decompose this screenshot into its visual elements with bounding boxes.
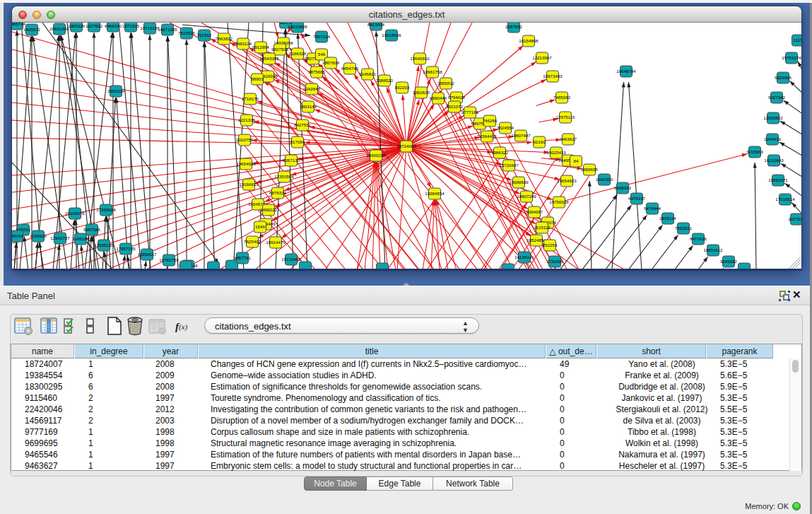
- svg-text:9084067: 9084067: [526, 209, 543, 214]
- svg-text:15640910: 15640910: [410, 56, 430, 61]
- svg-text:84: 84: [574, 158, 579, 163]
- svg-text:2718176: 2718176: [242, 96, 259, 101]
- svg-text:10688609: 10688609: [509, 180, 529, 185]
- svg-text:9463627: 9463627: [560, 136, 577, 141]
- svg-text:9227342: 9227342: [768, 95, 786, 100]
- svg-text:16136141: 16136141: [514, 255, 534, 259]
- svg-text:7515526: 7515526: [178, 30, 196, 35]
- svg-text:9329966: 9329966: [775, 75, 792, 80]
- svg-text:2935114: 2935114: [659, 216, 676, 221]
- svg-text:12942737: 12942737: [50, 235, 70, 240]
- svg-text:5365724: 5365724: [12, 23, 26, 26]
- svg-text:9146821: 9146821: [359, 71, 377, 76]
- svg-text:252254: 252254: [543, 243, 558, 247]
- svg-text:7986322: 7986322: [491, 150, 509, 155]
- svg-text:1065326: 1065326: [68, 23, 86, 28]
- svg-text:16210643: 16210643: [764, 158, 784, 163]
- svg-text:10654112: 10654112: [703, 247, 723, 252]
- svg-text:6794028: 6794028: [448, 95, 466, 100]
- svg-text:1145194: 1145194: [72, 236, 89, 241]
- svg-text:3215953: 3215953: [746, 149, 764, 154]
- svg-text:1244419: 1244419: [764, 136, 782, 141]
- svg-text:9097586: 9097586: [83, 227, 101, 232]
- svg-text:8427552: 8427552: [294, 122, 312, 127]
- svg-text:2905334: 2905334: [107, 88, 125, 93]
- svg-text:1117: 1117: [794, 37, 801, 42]
- svg-text:12213967: 12213967: [532, 55, 552, 60]
- svg-text:3624554: 3624554: [497, 125, 514, 130]
- svg-text:8454749: 8454749: [341, 66, 359, 71]
- svg-text:7485063: 7485063: [553, 95, 571, 100]
- svg-text:19654925: 19654925: [236, 161, 256, 166]
- svg-text:17016514: 17016514: [775, 197, 795, 201]
- svg-text:6466160: 6466160: [105, 23, 122, 28]
- svg-text:2087652: 2087652: [505, 24, 523, 29]
- svg-text:9657791: 9657791: [234, 255, 252, 260]
- svg-text:5938923: 5938923: [614, 185, 632, 190]
- svg-text:15692971: 15692971: [768, 177, 788, 182]
- svg-text:1498222: 1498222: [260, 207, 278, 212]
- svg-text:10648784: 10648784: [616, 69, 636, 74]
- svg-text:10958117: 10958117: [137, 252, 157, 257]
- svg-text:8878334: 8878334: [269, 190, 287, 195]
- svg-text:7857224: 7857224: [313, 34, 331, 39]
- svg-text:1167534: 1167534: [788, 216, 801, 221]
- svg-text:18300295: 18300295: [366, 153, 386, 158]
- svg-text:1615112: 1615112: [534, 225, 551, 230]
- svg-text:9699695: 9699695: [581, 167, 599, 172]
- svg-text:9242848: 9242848: [303, 86, 321, 91]
- svg-text:16671355: 16671355: [158, 27, 177, 32]
- svg-text:1071915: 1071915: [122, 23, 140, 28]
- svg-text:1362615: 1362615: [413, 90, 430, 95]
- svg-text:16154808: 16154808: [519, 38, 539, 43]
- svg-text:832203: 832203: [395, 85, 410, 90]
- svg-text:9777169: 9777169: [461, 110, 479, 115]
- svg-text:1549: 1549: [255, 224, 265, 229]
- svg-text:98903: 98903: [251, 76, 264, 81]
- svg-text:19218506: 19218506: [382, 33, 401, 37]
- svg-text:7632621: 7632621: [675, 226, 693, 230]
- svg-text:12093822: 12093822: [763, 115, 783, 120]
- svg-text:10961758: 10961758: [423, 69, 442, 74]
- svg-text:1156829: 1156829: [30, 233, 47, 238]
- svg-text:9827503: 9827503: [271, 47, 289, 52]
- svg-text:12353594: 12353594: [274, 174, 294, 179]
- svg-text:10025433: 10025433: [546, 150, 566, 155]
- svg-text:12975115: 12975115: [555, 115, 575, 119]
- svg-text:10719155: 10719155: [140, 25, 160, 30]
- svg-text:20206576: 20206576: [65, 211, 85, 216]
- svg-text:20364436: 20364436: [477, 134, 497, 139]
- svg-text:16033809: 16033809: [288, 24, 307, 29]
- svg-text:10807487: 10807487: [511, 133, 531, 138]
- svg-text:1405572: 1405572: [23, 27, 41, 32]
- svg-text:8267130: 8267130: [283, 158, 300, 163]
- svg-text:10973493: 10973493: [543, 74, 563, 78]
- svg-text:1010755: 1010755: [236, 137, 254, 142]
- svg-text:8912954: 8912954: [252, 45, 270, 49]
- svg-text:18807249: 18807249: [517, 194, 536, 199]
- svg-text:15751074: 15751074: [782, 55, 801, 60]
- svg-text:1640353: 1640353: [596, 177, 613, 182]
- svg-text:2803144: 2803144: [300, 104, 317, 109]
- svg-text:39154: 39154: [12, 233, 23, 238]
- svg-text:19166825: 19166825: [239, 182, 259, 187]
- svg-text:6479197: 6479197: [628, 196, 646, 201]
- svg-text:3875685: 3875685: [308, 69, 326, 74]
- svg-text:19654923: 19654923: [557, 178, 577, 183]
- svg-text:2867608: 2867608: [322, 60, 340, 65]
- svg-text:917004: 917004: [290, 139, 305, 144]
- svg-text:19756928: 19756928: [549, 199, 569, 204]
- svg-text:8813054: 8813054: [367, 23, 385, 27]
- svg-text:751552: 751552: [197, 33, 212, 37]
- svg-text:10914479: 10914479: [266, 240, 286, 245]
- svg-text:17359934: 17359934: [96, 207, 116, 212]
- svg-text:18724007: 18724007: [396, 144, 416, 148]
- svg-text:20691406: 20691406: [49, 26, 69, 31]
- svg-text:(x): (x): [179, 322, 188, 332]
- svg-text:7663822: 7663822: [216, 36, 233, 41]
- svg-text:15718485: 15718485: [281, 257, 301, 262]
- svg-text:9474444: 9474444: [644, 206, 661, 211]
- svg-text:16543382: 16543382: [259, 56, 279, 61]
- svg-text:7625402: 7625402: [244, 239, 261, 244]
- svg-text:19384554: 19384554: [425, 191, 445, 196]
